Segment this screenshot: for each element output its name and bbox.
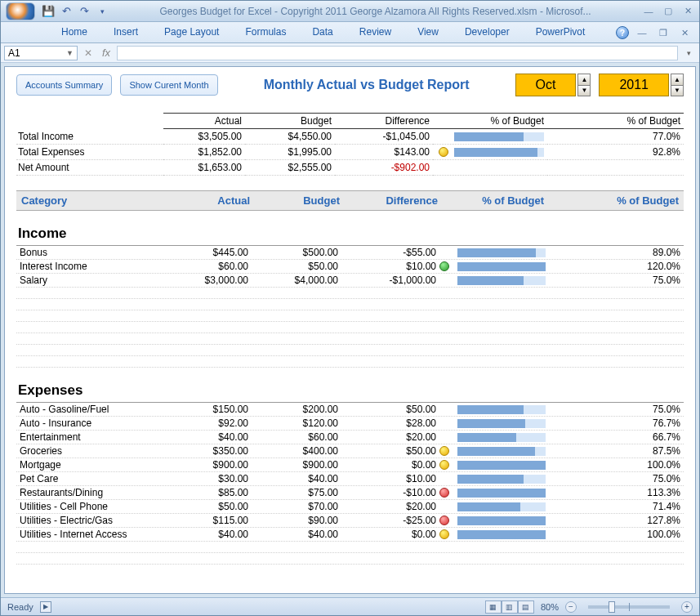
data-row[interactable]: Entertainment $40.00 $60.00 $20.00 66.7% [16, 431, 684, 444]
summary-row[interactable]: Total Income $3,505.00 $4,550.00 -$1,045… [16, 129, 684, 145]
pct-bar [457, 419, 546, 428]
maximize-button[interactable]: ▢ [660, 4, 676, 19]
status-indicator-icon [439, 261, 449, 271]
row-label: Restaurants/Dining [20, 487, 167, 498]
row-pct: 100.0% [551, 529, 680, 540]
summary-col-pctval: % of Budget [547, 114, 684, 129]
ribbon-tab-view[interactable]: View [406, 23, 450, 42]
year-down-button[interactable]: ▼ [671, 86, 683, 96]
summary-row[interactable]: Total Expenses $1,852.00 $1,995.00 $143.… [16, 145, 684, 160]
row-label: Interest Income [20, 261, 167, 272]
status-bar: Ready ▶ ▦ ▥ ▤ 80% − + [1, 597, 699, 615]
data-row[interactable]: Utilities - Electric/Gas $115.00 $90.00 … [16, 514, 684, 528]
row-actual: $150.00 [167, 404, 248, 415]
workbook-restore-button[interactable]: ❐ [655, 25, 671, 40]
data-row[interactable]: Auto - Gasoline/Fuel $150.00 $200.00 $50… [16, 403, 684, 417]
data-row[interactable]: Interest Income $60.00 $50.00 $10.00 120… [16, 260, 684, 274]
zoom-slider[interactable] [588, 605, 670, 609]
qat-customize-icon[interactable]: ▾ [94, 3, 110, 20]
data-row[interactable]: Pet Care $30.00 $40.00 $10.00 75.0% [16, 472, 684, 486]
pct-bar [457, 405, 546, 414]
zoom-level[interactable]: 80% [541, 602, 559, 612]
help-icon[interactable]: ? [616, 26, 629, 39]
cat-col-category: Category [21, 194, 168, 207]
close-button[interactable]: ✕ [680, 4, 696, 19]
window-controls: — ▢ ✕ [640, 4, 696, 19]
row-diff: $10.00 [338, 261, 436, 272]
row-diff: -$25.00 [338, 515, 436, 526]
pagelayout-view-button[interactable]: ▥ [502, 600, 518, 614]
row-actual: $92.00 [167, 417, 248, 429]
ribbon-tab-pagelayout[interactable]: Page Layout [153, 23, 230, 42]
row-label: Mortgage [20, 459, 167, 471]
row-pct: 113.3% [551, 487, 680, 498]
status-ready: Ready [7, 602, 33, 612]
row-actual: $30.00 [167, 473, 248, 484]
data-row[interactable]: Salary $3,000.00 $4,000.00 -$1,000.00 75… [16, 274, 684, 288]
data-row[interactable]: Mortgage $900.00 $900.00 $0.00 100.0% [16, 458, 684, 472]
formula-expand-icon[interactable]: ▾ [681, 49, 696, 57]
data-row[interactable]: Bonus $445.00 $500.00 -$55.00 89.0% [16, 246, 684, 260]
data-row[interactable]: Utilities - Cell Phone $50.00 $70.00 $20… [16, 500, 684, 514]
report-title: Monthly Actual vs Budget Report [226, 78, 507, 92]
ribbon-tab-review[interactable]: Review [348, 23, 403, 42]
show-current-month-button[interactable]: Show Curent Month [120, 74, 217, 96]
ribbon-tab-home[interactable]: Home [50, 23, 99, 42]
summary-col-budget: Budget [245, 114, 335, 129]
worksheet[interactable]: Accounts Summary Show Curent Month Month… [4, 66, 696, 594]
pct-bar [457, 530, 546, 539]
month-down-button[interactable]: ▼ [578, 86, 590, 96]
row-pct: 100.0% [551, 459, 680, 471]
row-budget: $70.00 [248, 501, 338, 512]
row-diff: $0.00 [338, 529, 436, 540]
row-diff: $20.00 [338, 431, 436, 443]
zoom-out-button[interactable]: − [565, 601, 577, 613]
ribbon-tab-developer[interactable]: Developer [453, 23, 521, 42]
ribbon-tab-data[interactable]: Data [301, 23, 344, 42]
redo-icon[interactable]: ↷ [76, 3, 92, 20]
row-diff: -$55.00 [338, 247, 436, 258]
workbook-close-button[interactable]: ✕ [676, 25, 693, 40]
macro-record-icon[interactable]: ▶ [40, 601, 51, 613]
pct-bar [454, 132, 544, 141]
data-row[interactable]: Auto - Insurance $92.00 $120.00 $28.00 7… [16, 417, 684, 431]
name-box-dropdown-icon[interactable]: ▼ [66, 49, 74, 57]
row-pct: 120.0% [551, 261, 680, 272]
row-label: Pet Care [20, 473, 167, 484]
save-icon[interactable]: 💾 [40, 3, 56, 20]
row-diff: $50.00 [338, 404, 436, 415]
fx-icon[interactable]: fx [99, 47, 114, 59]
row-actual: $50.00 [167, 501, 248, 512]
accounts-summary-button[interactable]: Accounts Summary [16, 74, 112, 96]
summary-header-row: Actual Budget Difference % of Budget % o… [16, 114, 684, 129]
zoom-thumb[interactable] [609, 601, 615, 613]
minimize-button[interactable]: — [640, 4, 657, 19]
cancel-icon[interactable]: ✕ [81, 47, 96, 59]
row-pct: 75.0% [551, 275, 680, 286]
office-button[interactable] [6, 2, 35, 20]
ribbon-tab-powerpivot[interactable]: PowerPivot [524, 23, 597, 42]
row-actual: $85.00 [167, 487, 248, 498]
row-budget: $90.00 [248, 515, 338, 526]
name-box[interactable]: A1 ▼ [4, 46, 78, 60]
row-diff: $10.00 [338, 473, 436, 484]
row-budget: $75.00 [248, 487, 338, 498]
formula-input[interactable] [117, 46, 678, 60]
zoom-in-button[interactable]: + [681, 601, 693, 613]
pagebreak-view-button[interactable]: ▤ [518, 600, 534, 614]
pct-bar [457, 516, 546, 525]
ribbon-tab-insert[interactable]: Insert [102, 23, 149, 42]
normal-view-button[interactable]: ▦ [485, 600, 502, 614]
row-pct: 87.5% [551, 445, 680, 457]
summary-table: Actual Budget Difference % of Budget % o… [16, 113, 684, 176]
summary-row[interactable]: Net Amount $1,653.00 $2,555.00 -$902.00 [16, 160, 684, 176]
data-row[interactable]: Utilities - Internet Access $40.00 $40.0… [16, 528, 684, 542]
ribbon-tab-formulas[interactable]: Formulas [234, 23, 297, 42]
quick-access-toolbar: 💾 ↶ ↷ ▾ [40, 3, 110, 20]
data-row[interactable]: Groceries $350.00 $400.00 $50.00 87.5% [16, 444, 684, 458]
undo-icon[interactable]: ↶ [58, 3, 74, 20]
year-up-button[interactable]: ▲ [671, 74, 683, 86]
workbook-minimize-button[interactable]: — [634, 25, 650, 40]
data-row[interactable]: Restaurants/Dining $85.00 $75.00 -$10.00… [16, 486, 684, 500]
month-up-button[interactable]: ▲ [578, 74, 590, 86]
